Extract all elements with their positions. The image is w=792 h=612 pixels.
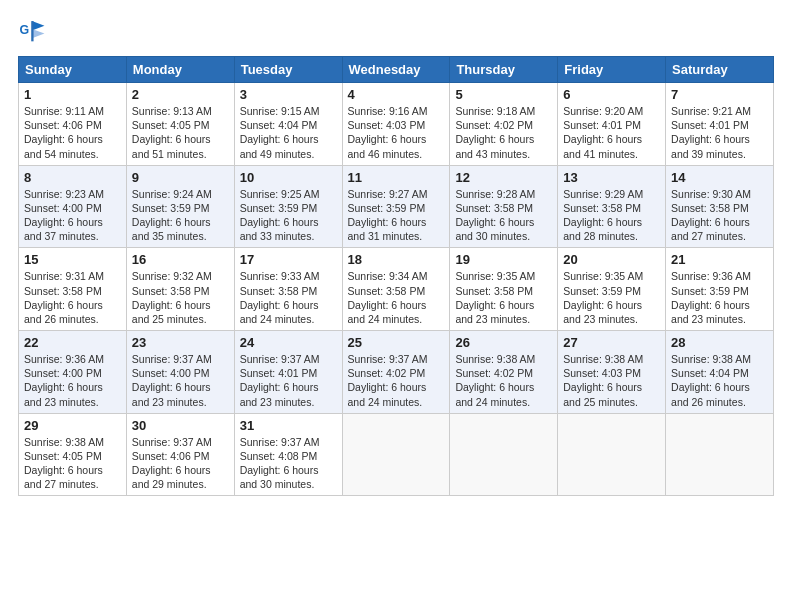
day-number: 30 (132, 418, 229, 433)
cell-info: Sunrise: 9:38 AMSunset: 4:03 PMDaylight:… (563, 353, 643, 408)
cell-info: Sunrise: 9:13 AMSunset: 4:05 PMDaylight:… (132, 105, 212, 160)
calendar-cell: 9Sunrise: 9:24 AMSunset: 3:59 PMDaylight… (126, 165, 234, 248)
calendar-cell: 17Sunrise: 9:33 AMSunset: 3:58 PMDayligh… (234, 248, 342, 331)
calendar-cell: 30Sunrise: 9:37 AMSunset: 4:06 PMDayligh… (126, 413, 234, 496)
day-number: 19 (455, 252, 552, 267)
page: G SundayMondayTuesdayWednesdayThursdayFr… (0, 0, 792, 612)
cell-info: Sunrise: 9:35 AMSunset: 3:59 PMDaylight:… (563, 270, 643, 325)
cell-info: Sunrise: 9:27 AMSunset: 3:59 PMDaylight:… (348, 188, 428, 243)
day-number: 25 (348, 335, 445, 350)
day-number: 6 (563, 87, 660, 102)
day-number: 13 (563, 170, 660, 185)
day-number: 29 (24, 418, 121, 433)
calendar-cell: 20Sunrise: 9:35 AMSunset: 3:59 PMDayligh… (558, 248, 666, 331)
calendar-body: 1Sunrise: 9:11 AMSunset: 4:06 PMDaylight… (19, 83, 774, 496)
day-number: 14 (671, 170, 768, 185)
calendar-cell: 10Sunrise: 9:25 AMSunset: 3:59 PMDayligh… (234, 165, 342, 248)
calendar-cell: 3Sunrise: 9:15 AMSunset: 4:04 PMDaylight… (234, 83, 342, 166)
calendar-cell (342, 413, 450, 496)
calendar-cell: 26Sunrise: 9:38 AMSunset: 4:02 PMDayligh… (450, 331, 558, 414)
calendar-cell: 15Sunrise: 9:31 AMSunset: 3:58 PMDayligh… (19, 248, 127, 331)
day-number: 7 (671, 87, 768, 102)
cell-info: Sunrise: 9:37 AMSunset: 4:06 PMDaylight:… (132, 436, 212, 491)
calendar-week-row: 29Sunrise: 9:38 AMSunset: 4:05 PMDayligh… (19, 413, 774, 496)
day-number: 22 (24, 335, 121, 350)
cell-info: Sunrise: 9:15 AMSunset: 4:04 PMDaylight:… (240, 105, 320, 160)
cell-info: Sunrise: 9:37 AMSunset: 4:01 PMDaylight:… (240, 353, 320, 408)
day-number: 23 (132, 335, 229, 350)
day-number: 11 (348, 170, 445, 185)
calendar-cell: 19Sunrise: 9:35 AMSunset: 3:58 PMDayligh… (450, 248, 558, 331)
cell-info: Sunrise: 9:38 AMSunset: 4:02 PMDaylight:… (455, 353, 535, 408)
cell-info: Sunrise: 9:32 AMSunset: 3:58 PMDaylight:… (132, 270, 212, 325)
day-number: 27 (563, 335, 660, 350)
weekday-header: Thursday (450, 57, 558, 83)
cell-info: Sunrise: 9:36 AMSunset: 4:00 PMDaylight:… (24, 353, 104, 408)
logo-icon: G (18, 18, 46, 46)
calendar-cell: 23Sunrise: 9:37 AMSunset: 4:00 PMDayligh… (126, 331, 234, 414)
calendar-cell: 6Sunrise: 9:20 AMSunset: 4:01 PMDaylight… (558, 83, 666, 166)
day-number: 12 (455, 170, 552, 185)
cell-info: Sunrise: 9:23 AMSunset: 4:00 PMDaylight:… (24, 188, 104, 243)
calendar-week-row: 8Sunrise: 9:23 AMSunset: 4:00 PMDaylight… (19, 165, 774, 248)
day-number: 16 (132, 252, 229, 267)
header: G (18, 18, 774, 46)
cell-info: Sunrise: 9:20 AMSunset: 4:01 PMDaylight:… (563, 105, 643, 160)
calendar-cell: 2Sunrise: 9:13 AMSunset: 4:05 PMDaylight… (126, 83, 234, 166)
day-number: 10 (240, 170, 337, 185)
day-number: 15 (24, 252, 121, 267)
cell-info: Sunrise: 9:11 AMSunset: 4:06 PMDaylight:… (24, 105, 104, 160)
weekday-header: Saturday (666, 57, 774, 83)
weekday-header: Monday (126, 57, 234, 83)
day-number: 26 (455, 335, 552, 350)
calendar-cell: 28Sunrise: 9:38 AMSunset: 4:04 PMDayligh… (666, 331, 774, 414)
cell-info: Sunrise: 9:33 AMSunset: 3:58 PMDaylight:… (240, 270, 320, 325)
day-number: 5 (455, 87, 552, 102)
calendar-cell: 8Sunrise: 9:23 AMSunset: 4:00 PMDaylight… (19, 165, 127, 248)
calendar-week-row: 1Sunrise: 9:11 AMSunset: 4:06 PMDaylight… (19, 83, 774, 166)
day-number: 4 (348, 87, 445, 102)
calendar-cell: 24Sunrise: 9:37 AMSunset: 4:01 PMDayligh… (234, 331, 342, 414)
weekday-header: Wednesday (342, 57, 450, 83)
cell-info: Sunrise: 9:25 AMSunset: 3:59 PMDaylight:… (240, 188, 320, 243)
cell-info: Sunrise: 9:29 AMSunset: 3:58 PMDaylight:… (563, 188, 643, 243)
calendar-cell (450, 413, 558, 496)
cell-info: Sunrise: 9:30 AMSunset: 3:58 PMDaylight:… (671, 188, 751, 243)
calendar-week-row: 22Sunrise: 9:36 AMSunset: 4:00 PMDayligh… (19, 331, 774, 414)
cell-info: Sunrise: 9:31 AMSunset: 3:58 PMDaylight:… (24, 270, 104, 325)
day-number: 21 (671, 252, 768, 267)
day-number: 2 (132, 87, 229, 102)
calendar-cell: 22Sunrise: 9:36 AMSunset: 4:00 PMDayligh… (19, 331, 127, 414)
calendar-cell: 1Sunrise: 9:11 AMSunset: 4:06 PMDaylight… (19, 83, 127, 166)
calendar-cell: 16Sunrise: 9:32 AMSunset: 3:58 PMDayligh… (126, 248, 234, 331)
calendar-cell: 27Sunrise: 9:38 AMSunset: 4:03 PMDayligh… (558, 331, 666, 414)
cell-info: Sunrise: 9:37 AMSunset: 4:08 PMDaylight:… (240, 436, 320, 491)
logo: G (18, 18, 50, 46)
cell-info: Sunrise: 9:36 AMSunset: 3:59 PMDaylight:… (671, 270, 751, 325)
cell-info: Sunrise: 9:38 AMSunset: 4:04 PMDaylight:… (671, 353, 751, 408)
cell-info: Sunrise: 9:37 AMSunset: 4:02 PMDaylight:… (348, 353, 428, 408)
day-number: 24 (240, 335, 337, 350)
calendar-cell: 21Sunrise: 9:36 AMSunset: 3:59 PMDayligh… (666, 248, 774, 331)
calendar-cell: 14Sunrise: 9:30 AMSunset: 3:58 PMDayligh… (666, 165, 774, 248)
cell-info: Sunrise: 9:38 AMSunset: 4:05 PMDaylight:… (24, 436, 104, 491)
cell-info: Sunrise: 9:24 AMSunset: 3:59 PMDaylight:… (132, 188, 212, 243)
day-number: 20 (563, 252, 660, 267)
cell-info: Sunrise: 9:18 AMSunset: 4:02 PMDaylight:… (455, 105, 535, 160)
calendar-cell: 18Sunrise: 9:34 AMSunset: 3:58 PMDayligh… (342, 248, 450, 331)
cell-info: Sunrise: 9:16 AMSunset: 4:03 PMDaylight:… (348, 105, 428, 160)
weekday-header: Friday (558, 57, 666, 83)
weekday-header: Sunday (19, 57, 127, 83)
calendar-cell: 25Sunrise: 9:37 AMSunset: 4:02 PMDayligh… (342, 331, 450, 414)
calendar-cell: 4Sunrise: 9:16 AMSunset: 4:03 PMDaylight… (342, 83, 450, 166)
day-number: 18 (348, 252, 445, 267)
day-number: 28 (671, 335, 768, 350)
calendar-week-row: 15Sunrise: 9:31 AMSunset: 3:58 PMDayligh… (19, 248, 774, 331)
day-number: 31 (240, 418, 337, 433)
cell-info: Sunrise: 9:35 AMSunset: 3:58 PMDaylight:… (455, 270, 535, 325)
calendar-cell: 12Sunrise: 9:28 AMSunset: 3:58 PMDayligh… (450, 165, 558, 248)
calendar-header-row: SundayMondayTuesdayWednesdayThursdayFrid… (19, 57, 774, 83)
cell-info: Sunrise: 9:34 AMSunset: 3:58 PMDaylight:… (348, 270, 428, 325)
cell-info: Sunrise: 9:37 AMSunset: 4:00 PMDaylight:… (132, 353, 212, 408)
calendar-cell: 7Sunrise: 9:21 AMSunset: 4:01 PMDaylight… (666, 83, 774, 166)
